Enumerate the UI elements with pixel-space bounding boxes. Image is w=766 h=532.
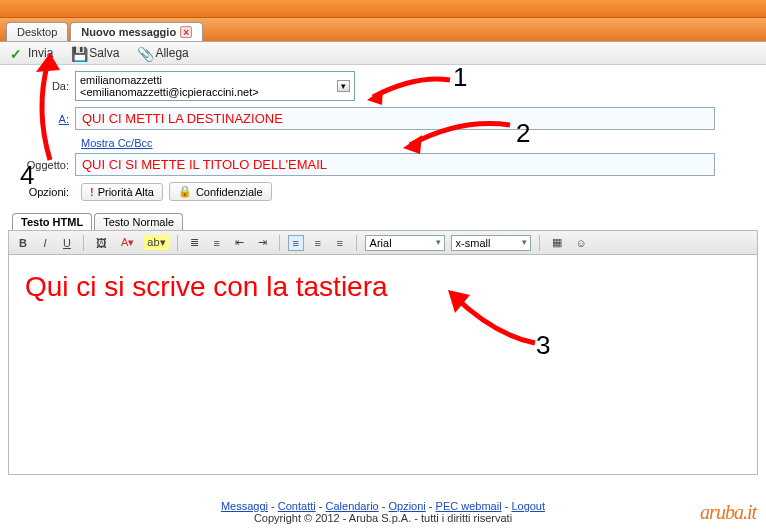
bullet-list-button[interactable]: ≣ <box>186 234 203 251</box>
window-tabs: Desktop Nuovo messaggio × <box>0 18 766 42</box>
body-format-tabs: Testo HTML Testo Normale <box>12 213 766 230</box>
footer-link-contacts[interactable]: Contatti <box>278 500 316 512</box>
tab-html[interactable]: Testo HTML <box>12 213 92 230</box>
footer-link-calendar[interactable]: Calendario <box>326 500 379 512</box>
lock-icon: 🔒 <box>178 185 192 198</box>
footer-links: Messaggi - Contatti - Calendario - Opzio… <box>0 500 766 512</box>
bg-color-button[interactable]: ab▾ <box>144 235 168 250</box>
font-family-select[interactable]: Arial <box>365 235 445 251</box>
attach-button[interactable]: 📎 Allega <box>137 46 188 60</box>
tab-plain[interactable]: Testo Normale <box>94 213 183 230</box>
text-color-button[interactable]: A▾ <box>117 234 138 251</box>
editor-toolbar: B I U 🖼 A▾ ab▾ ≣ ≡ ⇤ ⇥ ≡ ≡ ≡ Arial x-sma… <box>8 230 758 255</box>
chevron-down-icon: ▾ <box>337 80 350 92</box>
save-label: Salva <box>89 46 119 60</box>
send-label: Invia <box>28 46 53 60</box>
footer-link-logout[interactable]: Logout <box>511 500 545 512</box>
compose-toolbar: ✓ Invia 💾 Salva 📎 Allega <box>0 42 766 65</box>
close-icon[interactable]: × <box>180 26 192 38</box>
confidential-label: Confidenziale <box>196 186 263 198</box>
footer-link-messages[interactable]: Messaggi <box>221 500 268 512</box>
check-icon: ✓ <box>10 46 24 60</box>
subject-label: Oggetto: <box>10 159 75 171</box>
from-select[interactable]: emilianomazzetti <emilianomazzetti@icpie… <box>75 71 355 101</box>
confidential-button[interactable]: 🔒 Confidenziale <box>169 182 272 201</box>
from-value: emilianomazzetti <emilianomazzetti@icpie… <box>80 74 337 98</box>
to-input[interactable] <box>75 107 715 130</box>
options-label: Opzioni: <box>10 186 75 198</box>
table-button[interactable]: ▦ <box>548 234 566 251</box>
footer-link-pec[interactable]: PEC webmail <box>436 500 502 512</box>
tab-desktop[interactable]: Desktop <box>6 22 68 41</box>
attach-label: Allega <box>155 46 188 60</box>
to-label-link[interactable]: A: <box>59 113 69 125</box>
aruba-logo: aruba.it <box>700 501 756 524</box>
number-list-button[interactable]: ≡ <box>209 235 225 251</box>
from-label: Da: <box>10 80 75 92</box>
copyright: Copyright © 2012 - Aruba S.p.A. - tutti … <box>0 512 766 524</box>
italic-button[interactable]: I <box>37 235 53 251</box>
outdent-button[interactable]: ⇤ <box>231 234 248 251</box>
bold-button[interactable]: B <box>15 235 31 251</box>
exclamation-icon: ! <box>90 186 94 198</box>
save-icon: 💾 <box>71 46 85 60</box>
show-cc-bcc-link[interactable]: Mostra Cc/Bcc <box>81 137 153 149</box>
align-center-button[interactable]: ≡ <box>310 235 326 251</box>
save-button[interactable]: 💾 Salva <box>71 46 119 60</box>
editor-body[interactable]: Qui ci si scrive con la tastiera <box>8 255 758 475</box>
editor-content: Qui ci si scrive con la tastiera <box>25 271 741 303</box>
footer: Messaggi - Contatti - Calendario - Opzio… <box>0 500 766 524</box>
emoji-button[interactable]: ☺ <box>572 235 591 251</box>
compose-form: Da: emilianomazzetti <emilianomazzetti@i… <box>0 65 766 205</box>
tab-label: Desktop <box>17 26 57 38</box>
tab-new-message[interactable]: Nuovo messaggio × <box>70 22 203 41</box>
priority-label: Priorità Alta <box>98 186 154 198</box>
font-size-select[interactable]: x-small <box>451 235 531 251</box>
image-button[interactable]: 🖼 <box>92 235 111 251</box>
tab-label: Nuovo messaggio <box>81 26 176 38</box>
indent-button[interactable]: ⇥ <box>254 234 271 251</box>
send-button[interactable]: ✓ Invia <box>10 46 53 60</box>
underline-button[interactable]: U <box>59 235 75 251</box>
subject-input[interactable] <box>75 153 715 176</box>
align-right-button[interactable]: ≡ <box>332 235 348 251</box>
align-left-button[interactable]: ≡ <box>288 235 304 251</box>
paperclip-icon: 📎 <box>137 46 151 60</box>
footer-link-options[interactable]: Opzioni <box>389 500 426 512</box>
priority-high-button[interactable]: ! Priorità Alta <box>81 183 163 201</box>
